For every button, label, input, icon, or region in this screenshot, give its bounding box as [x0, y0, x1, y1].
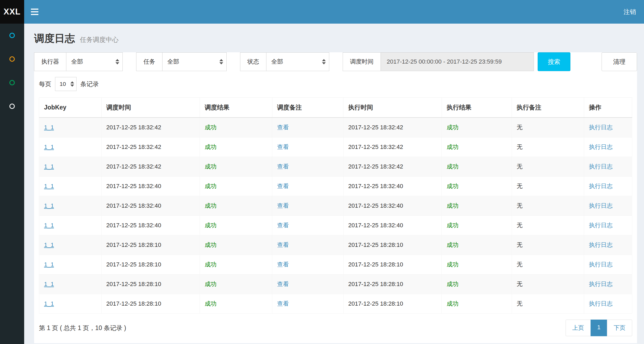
status-select[interactable]: 全部: [266, 52, 329, 71]
table-row: 1_1 2017-12-25 18:28:10 成功 查看 2017-12-25…: [39, 294, 632, 314]
trigger-msg-view-link[interactable]: 查看: [277, 163, 289, 170]
table-row: 1_1 2017-12-25 18:28:10 成功 查看 2017-12-25…: [39, 275, 632, 294]
sidebar-item-3[interactable]: [0, 71, 24, 94]
jobkey-link[interactable]: 1_1: [44, 241, 54, 248]
action-cell: 执行日志: [584, 235, 632, 255]
handle-time-cell: 2017-12-25 18:28:10: [343, 294, 442, 314]
select-arrows-icon: [322, 59, 326, 64]
trigger-msg-view-link[interactable]: 查看: [277, 300, 289, 307]
trigger-result-cell: 成功: [200, 157, 272, 177]
exec-log-link[interactable]: 执行日志: [589, 300, 613, 307]
handle-result-cell: 成功: [442, 275, 512, 294]
trigger-time-cell: 2017-12-25 18:28:10: [101, 235, 200, 255]
page-number-button[interactable]: 1: [591, 320, 607, 336]
action-cell: 执行日志: [584, 255, 632, 275]
jobkey-cell: 1_1: [39, 196, 102, 216]
job-filter-label: 任务: [136, 52, 162, 71]
filter-group-executor: 执行器 全部: [34, 52, 123, 71]
sidebar-item-1[interactable]: [0, 24, 24, 47]
trigger-msg-view-link[interactable]: 查看: [277, 261, 289, 268]
handle-msg-cell: 无: [512, 235, 584, 255]
trigger-msg-cell: 查看: [272, 157, 343, 177]
table-row: 1_1 2017-12-25 18:32:42 成功 查看 2017-12-25…: [39, 118, 632, 137]
executor-select-value: 全部: [71, 58, 83, 66]
executor-select[interactable]: 全部: [66, 52, 123, 71]
page-size-value: 10: [60, 81, 66, 87]
trigger-result-cell: 成功: [200, 118, 272, 137]
column-header: 执行结果: [442, 98, 512, 118]
circle-icon: [9, 33, 15, 38]
handle-time-cell: 2017-12-25 18:28:10: [343, 235, 442, 255]
exec-log-link[interactable]: 执行日志: [589, 241, 613, 248]
log-box: 执行器 全部 任务 全部 状态 全部: [34, 52, 637, 343]
trigger-time-cell: 2017-12-25 18:28:10: [101, 294, 200, 314]
trigger-msg-view-link[interactable]: 查看: [277, 124, 289, 131]
trigger-msg-view-link[interactable]: 查看: [277, 241, 289, 248]
jobkey-link[interactable]: 1_1: [44, 124, 54, 131]
exec-log-link[interactable]: 执行日志: [589, 124, 613, 131]
exec-log-link[interactable]: 执行日志: [589, 261, 613, 268]
handle-msg-cell: 无: [512, 196, 584, 216]
log-table: JobKey调度时间调度结果调度备注执行时间执行结果执行备注操作 1_1 201…: [39, 97, 632, 314]
trigger-time-cell: 2017-12-25 18:32:40: [101, 196, 200, 216]
sidebar-toggle-button[interactable]: [24, 0, 45, 24]
trigger-msg-view-link[interactable]: 查看: [277, 183, 289, 189]
filter-group-job: 任务 全部: [136, 52, 227, 71]
select-arrows-icon: [70, 81, 74, 87]
action-cell: 执行日志: [584, 275, 632, 294]
trigger-time-range-input[interactable]: 2017-12-25 00:00:00 - 2017-12-25 23:59:5…: [381, 52, 534, 71]
search-button[interactable]: 搜索: [538, 52, 570, 71]
trigger-result-cell: 成功: [200, 294, 272, 314]
app-logo[interactable]: XXL: [0, 0, 24, 24]
circle-icon: [9, 80, 15, 85]
page-size-select[interactable]: 10: [55, 77, 77, 91]
job-select[interactable]: 全部: [162, 52, 227, 71]
exec-log-link[interactable]: 执行日志: [589, 183, 613, 189]
trigger-msg-view-link[interactable]: 查看: [277, 202, 289, 209]
jobkey-cell: 1_1: [39, 177, 102, 196]
trigger-msg-cell: 查看: [272, 216, 343, 235]
table-wrapper: 每页 10 条记录 JobKey调度时间调度结果调度备注执行时间执行结果执行备注…: [34, 71, 637, 343]
select-arrows-icon: [219, 59, 223, 64]
exec-log-link[interactable]: 执行日志: [589, 202, 613, 209]
page-size-label-after: 条记录: [80, 80, 99, 88]
action-cell: 执行日志: [584, 157, 632, 177]
exec-log-link[interactable]: 执行日志: [589, 222, 613, 229]
trigger-msg-view-link[interactable]: 查看: [277, 144, 289, 150]
column-header: 调度备注: [272, 98, 343, 118]
exec-log-link[interactable]: 执行日志: [589, 144, 613, 150]
table-row: 1_1 2017-12-25 18:32:40 成功 查看 2017-12-25…: [39, 196, 632, 216]
jobkey-link[interactable]: 1_1: [44, 261, 54, 268]
trigger-result-cell: 成功: [200, 196, 272, 216]
table-footer: 第 1 页 ( 总共 1 页，10 条记录 ) 上页 1 下页: [39, 320, 632, 336]
jobkey-link[interactable]: 1_1: [44, 202, 54, 209]
jobkey-link[interactable]: 1_1: [44, 281, 54, 287]
trigger-msg-view-link[interactable]: 查看: [277, 222, 289, 229]
jobkey-cell: 1_1: [39, 255, 102, 275]
jobkey-cell: 1_1: [39, 275, 102, 294]
exec-log-link[interactable]: 执行日志: [589, 281, 613, 287]
prev-page-button[interactable]: 上页: [566, 320, 591, 336]
handle-msg-cell: 无: [512, 255, 584, 275]
jobkey-link[interactable]: 1_1: [44, 163, 54, 170]
next-page-button[interactable]: 下页: [607, 320, 632, 336]
navbar-spacer: [45, 0, 616, 24]
jobkey-link[interactable]: 1_1: [44, 183, 54, 189]
jobkey-link[interactable]: 1_1: [44, 222, 54, 229]
exec-log-link[interactable]: 执行日志: [589, 163, 613, 170]
page-size-row: 每页 10 条记录: [39, 71, 632, 97]
jobkey-link[interactable]: 1_1: [44, 144, 54, 150]
trigger-msg-cell: 查看: [272, 137, 343, 157]
trigger-msg-view-link[interactable]: 查看: [277, 281, 289, 287]
sidebar-item-4[interactable]: [0, 94, 24, 118]
sidebar-item-2[interactable]: [0, 47, 24, 71]
status-filter-label: 状态: [240, 52, 266, 71]
clear-button[interactable]: 清理: [602, 52, 637, 71]
handle-result-cell: 成功: [442, 118, 512, 137]
hamburger-icon: [31, 9, 38, 10]
handle-time-cell: 2017-12-25 18:32:42: [343, 118, 442, 137]
main-content: 调度日志 任务调度中心 执行器 全部 任务 全部 状态: [24, 24, 644, 343]
pagination-controls: 上页 1 下页: [566, 320, 632, 336]
jobkey-link[interactable]: 1_1: [44, 300, 54, 307]
logout-button[interactable]: 注销: [616, 0, 644, 24]
